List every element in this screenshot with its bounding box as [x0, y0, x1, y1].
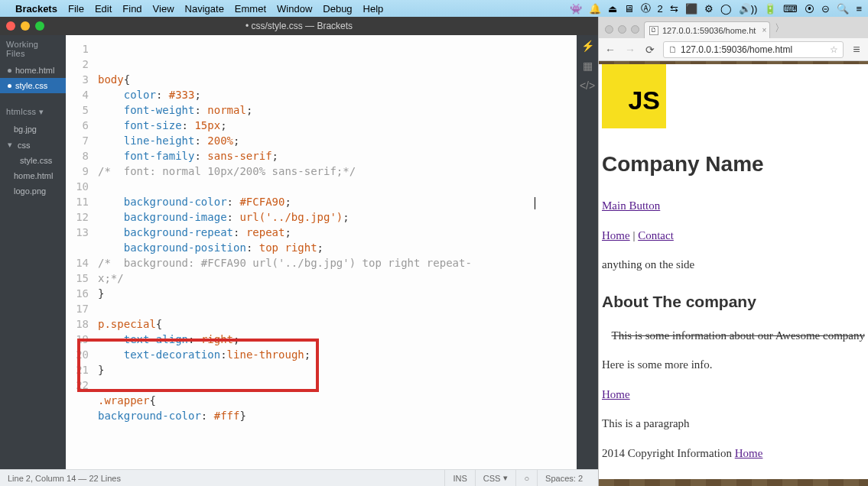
code-line[interactable]: }: [98, 286, 571, 301]
menubar-menu-item[interactable]: Window: [277, 3, 312, 15]
extensions-icon[interactable]: ▦: [583, 60, 593, 72]
menubar-menu-item[interactable]: File: [68, 3, 84, 15]
code-line[interactable]: text-decoration:line-through;: [98, 347, 571, 362]
menubar-status-icon[interactable]: ⇆: [670, 3, 678, 15]
menubar-status-icon[interactable]: ⊝: [821, 3, 830, 15]
code-line[interactable]: color: #333;: [98, 87, 571, 102]
chrome-maximize-button[interactable]: [631, 25, 639, 34]
menubar-status-icon[interactable]: ⏏: [608, 3, 617, 15]
code-line[interactable]: line-height: 200%;: [98, 133, 571, 148]
menubar-menu-item[interactable]: Emmet: [235, 3, 266, 15]
reload-button[interactable]: ⟳: [643, 43, 657, 57]
menubar-status-icon[interactable]: 🔋: [764, 3, 776, 15]
code-line[interactable]: x;*/: [98, 271, 571, 286]
code-line[interactable]: [98, 179, 571, 194]
home-link-2[interactable]: Home: [602, 388, 630, 400]
menubar-status-icon[interactable]: 🔍: [837, 3, 849, 15]
menubar-status-icon[interactable]: ◯: [720, 3, 732, 15]
menubar-status-icon[interactable]: ⌨: [783, 3, 798, 15]
code-line[interactable]: [98, 377, 571, 393]
tab-close-icon[interactable]: ×: [762, 26, 766, 34]
menubar-menu-item[interactable]: Find: [122, 3, 141, 15]
menubar-status-icon[interactable]: 2: [658, 3, 663, 15]
brackets-statusbar: Line 2, Column 14 — 22 Lines INS CSS ▾ ○…: [0, 469, 598, 486]
js-logo: JS: [602, 64, 666, 128]
code-content[interactable]: body{ color: #333; font-weight: normal; …: [95, 35, 577, 469]
working-file-item[interactable]: home.html: [0, 63, 66, 78]
code-line[interactable]: p.special{: [98, 316, 571, 332]
menubar-menu-item[interactable]: Navigate: [185, 3, 224, 15]
chrome-close-button[interactable]: [605, 25, 613, 34]
window-controls: [6, 21, 44, 31]
working-file-item[interactable]: style.css: [0, 78, 66, 93]
code-line[interactable]: background-position: top right;: [98, 240, 571, 255]
close-window-button[interactable]: [6, 21, 15, 31]
main-button-link[interactable]: Main Button: [602, 199, 660, 212]
copyright-home-link[interactable]: Home: [735, 447, 763, 459]
mac-menubar: Brackets FileEditFindViewNavigateEmmetWi…: [0, 0, 868, 17]
menubar-status-icon[interactable]: ⦿: [805, 3, 814, 15]
text-cursor-icon: [535, 197, 535, 209]
code-line[interactable]: background-image: url('../bg.jpg');: [98, 209, 571, 225]
tree-file-item[interactable]: style.css: [0, 153, 66, 168]
address-bar[interactable]: 🗋 127.0.0.1:59036/home.html ☆: [663, 41, 844, 58]
menubar-status-icon[interactable]: ⬛: [685, 3, 697, 15]
code-line[interactable]: body{: [98, 72, 571, 87]
code-line[interactable]: background-color: #FCFA90;: [98, 194, 571, 209]
status-circle-icon[interactable]: ○: [515, 470, 537, 487]
code-line[interactable]: .wrapper{: [98, 393, 571, 408]
cursor-position-label: Line 2, Column 14 — 22 Lines: [8, 474, 121, 483]
minimize-window-button[interactable]: [21, 21, 30, 31]
tree-file-item[interactable]: logo.png: [0, 183, 66, 199]
menubar-status-icon[interactable]: ≡: [856, 3, 862, 15]
menubar-status-icon[interactable]: ⚙: [704, 3, 714, 15]
project-header[interactable]: htmlcss ▾: [0, 102, 66, 122]
indent-label[interactable]: Spaces: 2: [537, 470, 590, 487]
side-text: anything on the side: [602, 254, 865, 276]
browser-viewport[interactable]: JS Company Name Main Button Home | Conta…: [599, 61, 868, 486]
chrome-minimize-button[interactable]: [618, 25, 626, 34]
forward-button[interactable]: →: [623, 43, 637, 57]
language-mode-label[interactable]: CSS ▾: [475, 470, 516, 487]
menubar-menu-item[interactable]: Debug: [323, 3, 352, 15]
code-editor[interactable]: 12345678910111213141516171819202122 body…: [66, 35, 577, 469]
code-line[interactable]: text-align: right;: [98, 332, 571, 347]
file-modified-dot-icon: [8, 84, 11, 88]
tree-file-item[interactable]: bg.jpg: [0, 122, 66, 137]
nav-contact-link[interactable]: Contact: [638, 229, 674, 241]
chrome-menu-icon[interactable]: ≡: [850, 43, 863, 57]
chrome-toolbar: ← → ⟳ 🗋 127.0.0.1:59036/home.html ☆ ≡: [599, 38, 868, 61]
chrome-window: 🗋 127.0.0.1:59036/home.ht × 〉 ← → ⟳ 🗋 12…: [598, 17, 868, 486]
tree-folder-item[interactable]: ▾css: [0, 137, 66, 153]
code-line[interactable]: /* font: normal 10px/200% sans-serif;*/: [98, 164, 571, 179]
insert-mode-label[interactable]: INS: [444, 470, 474, 487]
menubar-status-icon[interactable]: 🖥: [624, 3, 634, 15]
browser-tab[interactable]: 🗋 127.0.0.1:59036/home.ht ×: [644, 21, 770, 38]
menubar-menu-item[interactable]: View: [153, 3, 174, 15]
bookmark-star-icon[interactable]: ☆: [830, 44, 838, 55]
chevron-down-icon: ▾: [8, 140, 14, 150]
code-line[interactable]: font-family: sans-serif;: [98, 148, 571, 164]
code-line[interactable]: background-repeat: repeat;: [98, 225, 571, 240]
code-tags-icon[interactable]: </>: [580, 79, 595, 92]
about-heading: About The company: [602, 287, 865, 317]
code-line[interactable]: background-color: #fff}: [98, 408, 571, 423]
menubar-status-icon[interactable]: 👾: [570, 3, 582, 15]
code-line[interactable]: font-weight: normal;: [98, 102, 571, 118]
code-line[interactable]: /* background: #FCFA90 url('../bg.jpg') …: [98, 255, 571, 271]
live-preview-icon[interactable]: ⚡: [581, 40, 594, 52]
menubar-app-name[interactable]: Brackets: [15, 3, 57, 15]
tree-file-item[interactable]: home.html: [0, 168, 66, 183]
menubar-status-icon[interactable]: 🔔: [589, 3, 601, 15]
new-tab-icon[interactable]: 〉: [770, 21, 789, 38]
code-line[interactable]: font-size: 15px;: [98, 118, 571, 133]
menubar-menu-item[interactable]: Help: [363, 3, 384, 15]
back-button[interactable]: ←: [603, 43, 617, 57]
nav-home-link[interactable]: Home: [602, 229, 630, 241]
maximize-window-button[interactable]: [35, 21, 44, 31]
code-line[interactable]: }: [98, 362, 571, 377]
menubar-status-icon[interactable]: 🔊)): [739, 3, 758, 15]
code-line[interactable]: [98, 301, 571, 316]
menubar-status-icon[interactable]: Ⓐ: [641, 2, 651, 15]
menubar-menu-item[interactable]: Edit: [95, 3, 112, 15]
